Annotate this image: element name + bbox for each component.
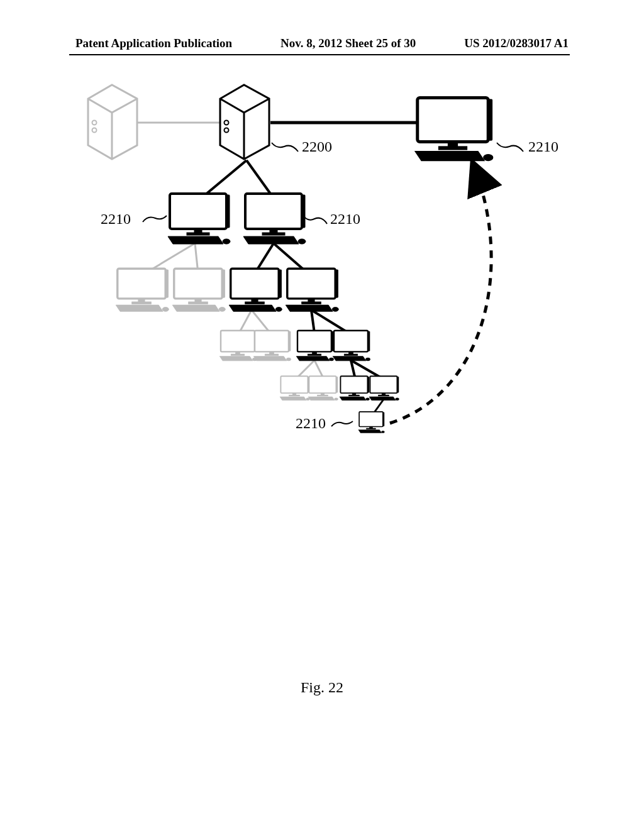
desktop-icon [415,98,493,161]
figure-caption: Fig. 22 [0,679,644,696]
label-server-main: 2200 [302,138,332,155]
svg-line-17 [311,310,314,333]
server-main-icon [220,85,269,159]
dashed-return-arrow [390,160,491,423]
label-client-l1-left: 2210 [101,211,131,228]
label-client-topright: 2210 [528,138,558,155]
desktop-icon [340,376,370,400]
desktop-icon [369,376,399,400]
desktop-icon [229,268,282,311]
label-client-l1-right: 2210 [330,211,360,228]
svg-line-15 [239,310,252,333]
server-secondary-icon [88,85,137,159]
header-rule [69,54,570,55]
desktop-icon [333,331,370,361]
network-diagram: 2200 2210 2210 2210 2210 [63,79,566,431]
desktop-icon [172,268,225,311]
svg-line-18 [311,310,349,333]
desktop-icon [280,376,310,400]
desktop-icon [286,268,338,311]
desktop-icon [219,331,257,361]
label-client-bottom: 2210 [296,415,326,432]
desktop-icon [308,376,338,400]
desktop-icon [243,194,306,244]
header-left: Patent Application Publication [75,36,232,50]
desktop-icon [168,194,230,244]
desktop-icon [358,412,385,433]
header-center: Nov. 8, 2012 Sheet 25 of 30 [280,36,416,50]
header-right: US 2012/0283017 A1 [464,36,569,50]
desktop-icon [296,331,333,361]
desktop-icon [253,331,291,361]
page-header: Patent Application Publication Nov. 8, 2… [0,36,644,50]
svg-line-16 [252,310,270,333]
desktop-icon [116,268,169,311]
